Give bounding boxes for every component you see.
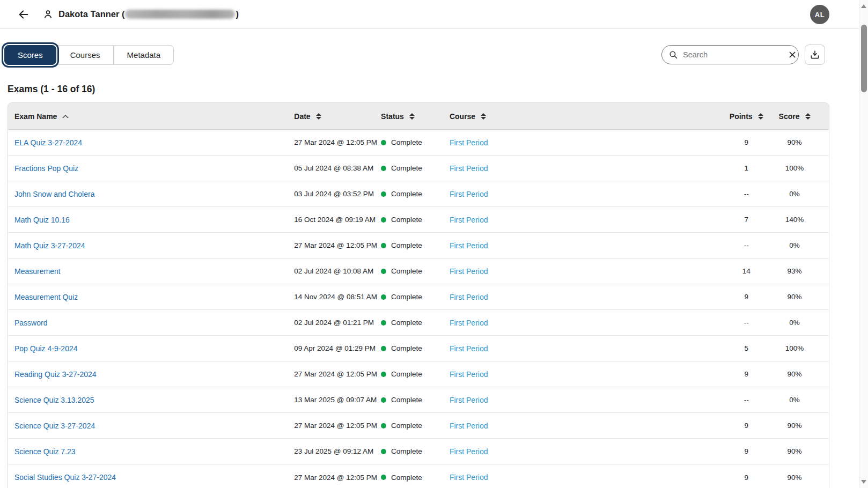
score-cell: 90%	[770, 422, 829, 430]
points-cell: 7	[723, 216, 770, 224]
status-text: Complete	[391, 190, 422, 198]
exam-name-cell: Math Quiz 3-27-2024	[8, 241, 294, 250]
status-text: Complete	[391, 447, 422, 455]
exam-date: 16 Oct 2024 @ 09:19 AM	[294, 216, 376, 224]
points-value: 1	[744, 164, 748, 172]
score-value: 90%	[788, 474, 802, 482]
points-cell: --	[723, 396, 770, 404]
points-value: --	[744, 190, 749, 198]
table-row: Measurement Quiz14 Nov 2024 @ 08:51 AMCo…	[8, 284, 829, 310]
status-text: Complete	[391, 241, 422, 249]
column-header-exam-name[interactable]: Exam Name	[8, 112, 294, 121]
back-button[interactable]	[16, 7, 31, 22]
points-value: 9	[744, 447, 748, 455]
exam-name-link[interactable]: Social Studies Quiz 3-27-2024	[14, 473, 116, 482]
exam-name-link[interactable]: ELA Quiz 3-27-2024	[14, 138, 82, 147]
clear-search-icon[interactable]	[788, 50, 797, 59]
table-body: ELA Quiz 3-27-202427 Mar 2024 @ 12:05 PM…	[8, 130, 829, 488]
course-link[interactable]: First Period	[450, 473, 488, 482]
search-input[interactable]	[683, 50, 783, 59]
exam-name-link[interactable]: Science Quiz 7.23	[14, 447, 76, 456]
status-text: Complete	[391, 164, 422, 172]
column-header-course[interactable]: Course	[450, 112, 723, 121]
exam-date-cell: 23 Jul 2025 @ 09:12 AM	[294, 447, 381, 455]
score-value: 93%	[788, 267, 802, 275]
avatar[interactable]: AL	[810, 5, 829, 24]
exam-name-link[interactable]: Math Quiz 3-27-2024	[14, 241, 85, 250]
score-value: 0%	[789, 241, 800, 249]
course-link[interactable]: First Period	[450, 267, 488, 276]
course-link[interactable]: First Period	[450, 241, 488, 250]
scrollbar-thumb[interactable]	[861, 25, 867, 92]
exam-status-cell: Complete	[381, 138, 450, 146]
exam-date-cell: 27 Mar 2024 @ 12:05 PM	[294, 474, 381, 482]
course-link[interactable]: First Period	[450, 190, 488, 198]
course-link[interactable]: First Period	[450, 164, 488, 173]
view-tabs: Scores Courses Metadata	[4, 45, 174, 65]
exam-name-link[interactable]: Measurement Quiz	[14, 293, 78, 301]
status-complete-dot-icon	[381, 191, 386, 197]
vertical-scrollbar[interactable]	[859, 0, 868, 488]
course-link[interactable]: First Period	[450, 138, 488, 147]
table-header-row: Exam Name Date Status Course Points Scor…	[8, 103, 829, 130]
course-link[interactable]: First Period	[450, 344, 488, 353]
table-row: Math Quiz 3-27-202427 Mar 2024 @ 12:05 P…	[8, 233, 829, 258]
column-header-points[interactable]: Points	[723, 112, 770, 121]
exam-status-cell: Complete	[381, 241, 450, 249]
status-text: Complete	[391, 138, 422, 146]
download-button[interactable]	[805, 45, 825, 65]
person-outline-icon	[43, 9, 53, 19]
course-cell: First Period	[450, 396, 723, 404]
exam-date: 14 Nov 2024 @ 08:51 AM	[294, 293, 377, 301]
course-cell: First Period	[450, 447, 723, 456]
exam-name-link[interactable]: Pop Quiz 4-9-2024	[14, 344, 78, 353]
exam-name-link[interactable]: Science Quiz 3-27-2024	[14, 422, 95, 430]
exam-date: 27 Mar 2024 @ 12:05 PM	[294, 138, 377, 146]
score-cell: 0%	[770, 319, 829, 327]
exam-date: 27 Mar 2024 @ 12:05 PM	[294, 474, 377, 482]
score-cell: 140%	[770, 216, 829, 224]
status-complete-dot-icon	[381, 475, 386, 480]
exam-status-cell: Complete	[381, 293, 450, 301]
exam-name-link[interactable]: Reading Quiz 3-27-2024	[14, 370, 97, 379]
course-link[interactable]: First Period	[450, 396, 488, 404]
exam-name-link[interactable]: Science Quiz 3.13.2025	[14, 396, 94, 404]
redacted-student-id	[125, 10, 235, 19]
scroll-down-arrow-icon[interactable]	[861, 480, 866, 484]
points-value: 9	[744, 293, 748, 301]
points-cell: 9	[723, 474, 770, 482]
column-header-status[interactable]: Status	[381, 112, 450, 121]
status-text: Complete	[391, 474, 422, 482]
course-link[interactable]: First Period	[450, 293, 488, 301]
exam-date: 27 Mar 2024 @ 12:05 PM	[294, 241, 377, 249]
course-cell: First Period	[450, 267, 723, 276]
exam-name-link[interactable]: Fractions Pop Quiz	[14, 164, 78, 173]
exam-name-link[interactable]: John Snow and Cholera	[14, 190, 94, 198]
tab-scores[interactable]: Scores	[4, 45, 56, 65]
exam-name-cell: ELA Quiz 3-27-2024	[8, 138, 294, 147]
course-link[interactable]: First Period	[450, 422, 488, 430]
exam-status-cell: Complete	[381, 474, 450, 482]
course-cell: First Period	[450, 319, 723, 327]
column-header-date[interactable]: Date	[294, 112, 381, 121]
search-icon	[668, 50, 678, 60]
tab-metadata[interactable]: Metadata	[114, 45, 174, 65]
score-value: 0%	[789, 396, 800, 404]
score-cell: 90%	[770, 293, 829, 301]
table-row: Fractions Pop Quiz05 Jul 2024 @ 08:38 AM…	[8, 156, 829, 181]
course-link[interactable]: First Period	[450, 216, 488, 224]
points-value: --	[744, 319, 749, 327]
course-link[interactable]: First Period	[450, 447, 488, 456]
exam-status-cell: Complete	[381, 164, 450, 172]
course-link[interactable]: First Period	[450, 319, 488, 327]
score-cell: 0%	[770, 190, 829, 198]
course-link[interactable]: First Period	[450, 370, 488, 379]
course-cell: First Period	[450, 216, 723, 224]
exam-name-link[interactable]: Math Quiz 10.16	[14, 216, 70, 224]
exam-name-link[interactable]: Measurement	[14, 267, 61, 276]
exam-name-link[interactable]: Password	[14, 319, 47, 327]
tab-courses[interactable]: Courses	[57, 45, 114, 65]
scroll-up-arrow-icon[interactable]	[861, 4, 866, 8]
exam-date-cell: 14 Nov 2024 @ 08:51 AM	[294, 293, 381, 301]
column-header-score[interactable]: Score	[770, 112, 829, 121]
